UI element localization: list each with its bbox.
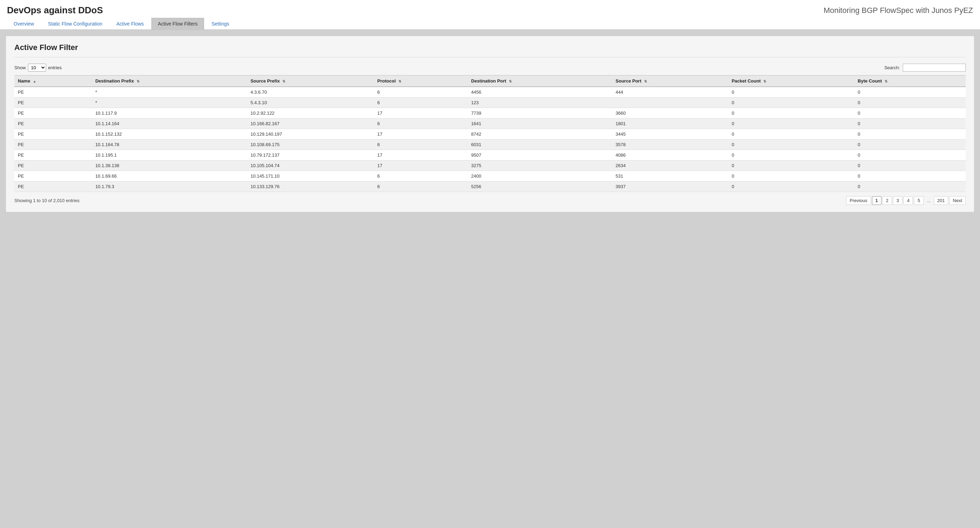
table-cell: 0 bbox=[728, 97, 854, 108]
col-destination-port[interactable]: Destination Port ⇅ bbox=[468, 75, 612, 87]
col-source-port[interactable]: Source Port ⇅ bbox=[612, 75, 728, 87]
table-cell: PE bbox=[14, 87, 92, 97]
table-row: PE10.1.79.310.133.129.7665256393700 bbox=[14, 182, 966, 192]
table-cell: 0 bbox=[728, 161, 854, 171]
table-cell: 6 bbox=[374, 171, 468, 182]
table-cell: 10.145.171.10 bbox=[247, 171, 374, 182]
table-cell: 1801 bbox=[612, 118, 728, 129]
col-destination-prefix[interactable]: Destination Prefix ⇅ bbox=[92, 75, 247, 87]
app-subtitle: Monitoring BGP FlowSpec with Junos PyEZ bbox=[823, 6, 973, 15]
table-cell: 10.79.172.137 bbox=[247, 150, 374, 161]
table-row: PE10.1.14.16410.166.82.16761641180100 bbox=[14, 118, 966, 129]
table-row: PE10.1.117.910.2.92.122177739366000 bbox=[14, 108, 966, 118]
table-cell: PE bbox=[14, 182, 92, 192]
table-cell: PE bbox=[14, 139, 92, 150]
table-body: PE*4.3.6.706445644400PE*5.4.3.10612300PE… bbox=[14, 87, 966, 192]
pagination-next[interactable]: Next bbox=[949, 196, 966, 205]
col-byte-count[interactable]: Byte Count ⇅ bbox=[854, 75, 966, 87]
table-row: PE*4.3.6.706445644400 bbox=[14, 87, 966, 97]
main-content: Active Flow Filter Show 10 25 50 100 ent… bbox=[0, 30, 980, 218]
table-cell: 444 bbox=[612, 87, 728, 97]
table-cell: PE bbox=[14, 129, 92, 139]
search-input[interactable] bbox=[903, 64, 966, 72]
table-cell: PE bbox=[14, 97, 92, 108]
table-cell: 4456 bbox=[468, 87, 612, 97]
table-cell: 17 bbox=[374, 108, 468, 118]
table-cell: 6 bbox=[374, 139, 468, 150]
pagination-ellipsis: ... bbox=[925, 196, 933, 204]
table-cell: 7739 bbox=[468, 108, 612, 118]
search-label: Search: bbox=[884, 65, 900, 70]
tab-active-flow-filters[interactable]: Active Flow Filters bbox=[151, 18, 204, 30]
table-cell: 6 bbox=[374, 182, 468, 192]
pagination-last-page[interactable]: 201 bbox=[934, 196, 948, 205]
pagination-page-1[interactable]: 1 bbox=[872, 196, 881, 205]
table-cell: 6 bbox=[374, 87, 468, 97]
table-cell: 0 bbox=[728, 150, 854, 161]
table-cell: PE bbox=[14, 171, 92, 182]
col-source-prefix[interactable]: Source Prefix ⇅ bbox=[247, 75, 374, 87]
table-cell: 10.1.14.164 bbox=[92, 118, 247, 129]
table-row: PE10.1.195.110.79.172.137179507408600 bbox=[14, 150, 966, 161]
table-cell: 10.108.69.175 bbox=[247, 139, 374, 150]
tab-overview[interactable]: Overview bbox=[7, 18, 41, 29]
show-entries-control: Show 10 25 50 100 entries bbox=[14, 64, 62, 72]
table-cell: 0 bbox=[728, 87, 854, 97]
col-packet-count[interactable]: Packet Count ⇅ bbox=[728, 75, 854, 87]
table-cell: 10.1.69.66 bbox=[92, 171, 247, 182]
pagination-page-5[interactable]: 5 bbox=[914, 196, 923, 205]
table-cell: 6 bbox=[374, 97, 468, 108]
tab-active-flows[interactable]: Active Flows bbox=[110, 18, 151, 29]
table-cell: 123 bbox=[468, 97, 612, 108]
table-cell: 17 bbox=[374, 150, 468, 161]
pagination-previous[interactable]: Previous bbox=[846, 196, 871, 205]
table-cell: 10.1.39.138 bbox=[92, 161, 247, 171]
pagination-page-4[interactable]: 4 bbox=[904, 196, 913, 205]
table-cell: 3578 bbox=[612, 139, 728, 150]
nav-tabs: Overview Static Flow Configuration Activ… bbox=[0, 18, 980, 30]
entries-label: entries bbox=[48, 65, 62, 70]
table-cell: PE bbox=[14, 161, 92, 171]
pagination-info: Showing 1 to 10 of 2,010 entries bbox=[14, 198, 80, 203]
table-cell: 3445 bbox=[612, 129, 728, 139]
table-cell: 0 bbox=[854, 129, 966, 139]
table-cell: * bbox=[92, 87, 247, 97]
pagination-page-3[interactable]: 3 bbox=[893, 196, 902, 205]
table-cell: 0 bbox=[854, 161, 966, 171]
table-cell: 0 bbox=[854, 97, 966, 108]
table-cell: 10.1.195.1 bbox=[92, 150, 247, 161]
table-cell: 0 bbox=[854, 150, 966, 161]
table-cell: 5.4.3.10 bbox=[247, 97, 374, 108]
tab-static-flow-config[interactable]: Static Flow Configuration bbox=[41, 18, 109, 29]
table-cell: 4.3.6.70 bbox=[247, 87, 374, 97]
col-name[interactable]: Name ▲ bbox=[14, 75, 92, 87]
table-cell: 3275 bbox=[468, 161, 612, 171]
table-cell: 10.166.82.167 bbox=[247, 118, 374, 129]
table-cell: 2634 bbox=[612, 161, 728, 171]
pagination-area: Showing 1 to 10 of 2,010 entries Previou… bbox=[14, 196, 966, 205]
table-row: PE*5.4.3.10612300 bbox=[14, 97, 966, 108]
data-table: Name ▲ Destination Prefix ⇅ Source Prefi… bbox=[14, 75, 966, 192]
tab-settings[interactable]: Settings bbox=[205, 18, 236, 29]
show-entries-select[interactable]: 10 25 50 100 bbox=[28, 64, 46, 72]
pagination-page-2[interactable]: 2 bbox=[883, 196, 892, 205]
table-cell: 0 bbox=[854, 139, 966, 150]
table-row: PE10.1.69.6610.145.171.106240053100 bbox=[14, 171, 966, 182]
app-title: DevOps against DDoS bbox=[7, 5, 103, 16]
table-cell: 0 bbox=[854, 118, 966, 129]
table-cell: 10.133.129.76 bbox=[247, 182, 374, 192]
table-cell: 8742 bbox=[468, 129, 612, 139]
col-protocol[interactable]: Protocol ⇅ bbox=[374, 75, 468, 87]
table-cell: 0 bbox=[854, 108, 966, 118]
table-cell: 10.1.152.132 bbox=[92, 129, 247, 139]
table-cell: 6031 bbox=[468, 139, 612, 150]
table-cell: 10.129.140.197 bbox=[247, 129, 374, 139]
table-cell: 9507 bbox=[468, 150, 612, 161]
table-cell: 10.1.117.9 bbox=[92, 108, 247, 118]
table-cell: 3937 bbox=[612, 182, 728, 192]
show-label: Show bbox=[14, 65, 26, 70]
table-cell: 3660 bbox=[612, 108, 728, 118]
app-header: DevOps against DDoS Monitoring BGP FlowS… bbox=[0, 0, 980, 18]
table-cell: 0 bbox=[854, 182, 966, 192]
card: Active Flow Filter Show 10 25 50 100 ent… bbox=[6, 36, 974, 212]
